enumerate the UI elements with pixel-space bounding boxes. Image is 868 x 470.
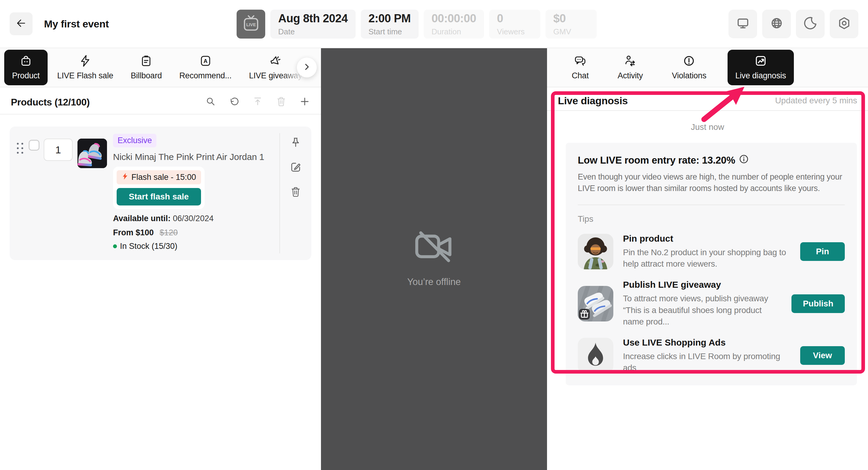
available-until-line: Available until: 06/30/2024 xyxy=(113,214,272,223)
publish-tip-button[interactable]: Publish xyxy=(792,294,845,313)
diagnosis-panel: Chat Activity Violations Live diagnosis … xyxy=(547,48,868,470)
recommend-icon: A xyxy=(199,55,212,68)
stat-gmv: $0 GMV xyxy=(546,10,597,38)
edit-icon xyxy=(290,161,301,174)
start-flash-sale-button[interactable]: Start flash sale xyxy=(117,188,201,206)
tab-product[interactable]: Product xyxy=(4,50,48,85)
tip-description: To attract more views, publish giveaway … xyxy=(623,293,782,328)
product-row-actions xyxy=(280,137,311,199)
add-product-button[interactable] xyxy=(299,96,310,108)
tab-violations[interactable]: Violations xyxy=(664,50,714,85)
diagnosis-icon xyxy=(754,55,767,68)
trash-icon xyxy=(276,96,287,108)
back-arrow-icon xyxy=(16,18,27,30)
flash-sale-tag: Flash sale - 15:00 xyxy=(117,170,201,184)
language-button[interactable] xyxy=(762,10,791,38)
left-tab-bar: Product LIVE Flash sale Billboard A Reco… xyxy=(0,48,321,87)
flame-icon xyxy=(578,338,613,373)
info-icon[interactable] xyxy=(739,154,749,166)
product-image xyxy=(78,138,107,168)
tip-row-publish-giveaway: Publish LIVE giveaway To attract more vi… xyxy=(578,280,845,328)
header: My first event LIVE Aug 8th 2024 Date 2:… xyxy=(0,0,868,48)
tip-row-shopping-ads: Use LIVE Shopping Ads Increase clicks in… xyxy=(578,338,845,374)
edit-product-button[interactable] xyxy=(290,161,301,174)
header-actions xyxy=(728,10,858,38)
product-row: 1 xyxy=(10,127,311,260)
tab-live-flash-sale[interactable]: LIVE Flash sale xyxy=(50,50,121,85)
tab-label: Recommend... xyxy=(179,71,231,81)
stat-value: $0 xyxy=(553,12,589,25)
stat-date[interactable]: Aug 8th 2024 Date xyxy=(270,10,355,38)
display-mode-button[interactable] xyxy=(728,10,757,38)
undo-button[interactable] xyxy=(229,96,240,108)
globe-icon xyxy=(770,16,784,31)
flash-sale-tag-label: Flash sale - 15:00 xyxy=(131,173,196,182)
exclusive-badge: Exclusive xyxy=(113,134,156,147)
page-title: My first event xyxy=(44,18,109,30)
stat-label: Duration xyxy=(432,27,476,36)
back-button[interactable] xyxy=(10,12,33,35)
offline-status-text: You’re offline xyxy=(407,277,461,287)
right-tab-bar: Chat Activity Violations Live diagnosis xyxy=(547,48,868,87)
tip-title: Publish LIVE giveaway xyxy=(623,280,782,290)
search-icon xyxy=(205,96,216,108)
price-current: From $100 xyxy=(113,228,154,237)
dark-mode-button[interactable] xyxy=(796,10,825,38)
stat-start-time[interactable]: 2:00 PM Start time xyxy=(361,10,418,38)
products-toolbar xyxy=(205,96,310,108)
lightning-icon xyxy=(79,55,92,68)
host-photo xyxy=(578,234,613,269)
tab-label: Chat xyxy=(572,71,589,81)
pin-tip-button[interactable]: Pin xyxy=(800,242,845,261)
tips-label: Tips xyxy=(578,214,845,224)
stat-value: 0 xyxy=(497,12,532,25)
stock-label: In Stock (15/30) xyxy=(120,242,178,251)
product-rank-input[interactable]: 1 xyxy=(44,138,73,161)
view-ads-tip-button[interactable]: View xyxy=(800,346,845,365)
search-button[interactable] xyxy=(205,96,216,108)
tab-label: Violations xyxy=(672,71,707,81)
move-to-top-button xyxy=(252,96,263,108)
trash-icon xyxy=(290,186,301,199)
tab-billboard[interactable]: Billboard xyxy=(123,50,170,85)
stat-label: Viewers xyxy=(497,27,532,36)
diagnosis-title: Live diagnosis xyxy=(558,95,628,107)
billboard-icon xyxy=(140,55,153,68)
stat-value: Aug 8th 2024 xyxy=(278,12,348,25)
tab-recommend[interactable]: A Recommend... xyxy=(172,50,239,85)
alert-title-line: Low LIVE room entry rate: 13.20% xyxy=(578,154,845,166)
pin-icon xyxy=(290,137,301,150)
stat-label: Start time xyxy=(369,27,411,36)
tip-content: Use LIVE Shopping Ads Increase clicks in… xyxy=(623,338,790,374)
tab-label: Live diagnosis xyxy=(735,71,786,81)
tabs-scroll-next-button[interactable] xyxy=(297,58,317,77)
drag-handle[interactable] xyxy=(17,143,23,251)
tip-title: Use LIVE Shopping Ads xyxy=(623,338,790,348)
svg-text:LIVE: LIVE xyxy=(246,22,256,27)
flash-sale-block: Flash sale - 15:00 Start flash sale xyxy=(113,167,205,209)
tab-live-diagnosis[interactable]: Live diagnosis xyxy=(727,50,794,85)
tip-description: Pin the No.2 product in your shopping ba… xyxy=(623,247,790,270)
tab-activity[interactable]: Activity xyxy=(610,50,651,85)
products-header: Products (12/100) xyxy=(0,90,321,115)
move-to-top-icon xyxy=(252,96,263,108)
plus-icon xyxy=(299,96,310,108)
tab-label: Billboard xyxy=(131,71,162,81)
diagnosis-update-frequency: Updated every 5 mins xyxy=(775,96,857,105)
stat-label: GMV xyxy=(553,27,589,36)
tab-chat[interactable]: Chat xyxy=(564,50,596,85)
diagnosis-timestamp: Just now xyxy=(547,122,868,132)
tip-content: Publish LIVE giveaway To attract more vi… xyxy=(623,280,782,328)
delete-product-button[interactable] xyxy=(290,186,301,199)
moon-icon xyxy=(804,16,817,31)
display-icon xyxy=(736,16,750,31)
delete-button xyxy=(276,96,287,108)
pin-product-button[interactable] xyxy=(290,137,301,150)
product-checkbox[interactable] xyxy=(29,140,39,151)
live-tv-icon: LIVE xyxy=(242,15,260,33)
undo-icon xyxy=(229,96,240,108)
stat-duration: 00:00:00 Duration xyxy=(424,10,484,38)
settings-button[interactable] xyxy=(830,10,858,38)
stat-value: 00:00:00 xyxy=(432,12,476,25)
alert-title-text: Low LIVE room entry rate: 13.20% xyxy=(578,155,735,166)
